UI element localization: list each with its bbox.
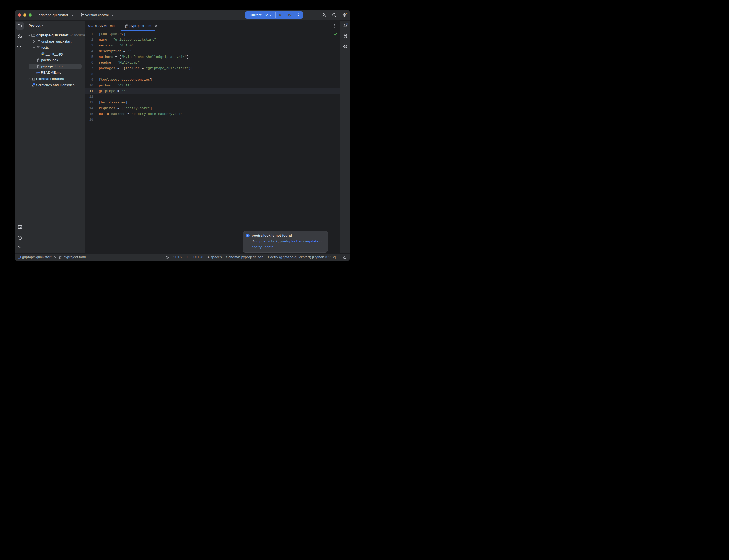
svg-text:[T]: [T] xyxy=(60,257,62,259)
svg-text:[T]: [T] xyxy=(38,60,40,62)
svg-text:[T]: [T] xyxy=(126,26,128,28)
svg-text:[T]: [T] xyxy=(38,66,40,68)
